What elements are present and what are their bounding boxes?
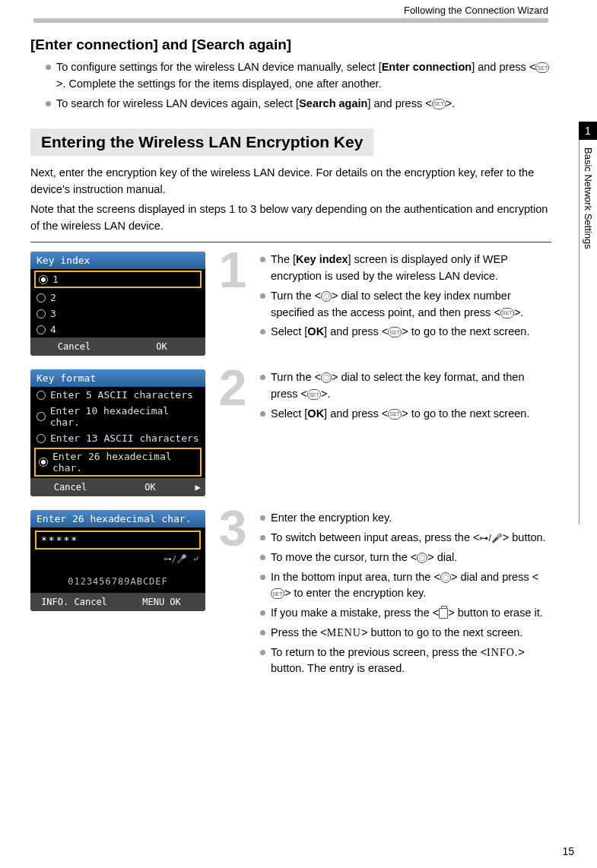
divider — [30, 242, 551, 242]
camera-screen: Key index1234CancelOK — [30, 252, 205, 356]
step-bullets: Turn the <> dial to select the key forma… — [260, 369, 551, 422]
character-guide: 0123456789ABCDEF — [30, 565, 205, 593]
camera-screen: Key formatEnter 5 ASCII charactersEnter … — [30, 369, 205, 496]
bullet-item: Turn the <> dial to select the key index… — [260, 288, 551, 322]
radio-icon — [39, 275, 48, 284]
radio-icon — [37, 412, 46, 421]
chapter-number: 1 — [579, 122, 597, 140]
screen-option: Enter 10 hexadecimal char. — [30, 403, 205, 430]
radio-icon — [37, 391, 46, 400]
bullet-item: The [Key index] screen is displayed only… — [260, 252, 551, 285]
screen-option: 1 — [34, 271, 202, 288]
set-icon: SET — [388, 409, 402, 420]
screen-option: 2 — [30, 290, 205, 306]
dial-icon — [417, 553, 427, 563]
bullet-item: To return to the previous screen, press … — [260, 645, 551, 678]
radio-icon — [37, 325, 46, 334]
step-row: Enter 26 hexadecimal char.*****⊶/🎤 ⤶0123… — [30, 510, 551, 680]
page-number: 15 — [562, 845, 574, 857]
screen-option: Enter 13 ASCII characters — [30, 430, 205, 446]
screen-option: Enter 26 hexadecimal char. — [34, 448, 202, 477]
menu-label: MENU — [327, 627, 361, 638]
intro-para-2: Note that the screens displayed in steps… — [30, 201, 551, 235]
arrow-icon: ▶ — [190, 478, 205, 496]
radio-icon — [39, 458, 48, 467]
section1-bullets: To configure settings for the wireless L… — [30, 59, 551, 112]
step-row: Key formatEnter 5 ASCII charactersEnter … — [30, 369, 551, 496]
screen-ok: OK — [118, 337, 205, 356]
input-mode-icons: ⊶/🎤 ⤶ — [30, 553, 205, 565]
intro-para-1: Next, enter the encryption key of the wi… — [30, 165, 551, 198]
screen-title: Key index — [30, 252, 205, 269]
bullet-item: Enter the encryption key. — [260, 510, 551, 527]
bullet-item: If you make a mistake, press the <> butt… — [260, 605, 551, 622]
step-row: Key index1234CancelOK1The [Key index] sc… — [30, 252, 551, 356]
radio-icon — [37, 309, 46, 318]
screen-ok: MENU OK — [118, 593, 205, 611]
screen-option: 3 — [30, 306, 205, 322]
trash-icon — [439, 608, 448, 619]
step-number: 2 — [216, 369, 249, 496]
bullet-item: To configure settings for the wireless L… — [46, 59, 551, 93]
dial-icon — [321, 372, 332, 383]
chapter-label: Basic Network Settings — [579, 140, 597, 524]
bullet-item: Select [OK] and press <SET> to go to the… — [260, 406, 551, 423]
bullet-item: Turn the <> dial to select the key forma… — [260, 369, 551, 403]
step-bullets: The [Key index] screen is displayed only… — [260, 252, 551, 341]
bullet-item: Select [OK] and press <SET> to go to the… — [260, 324, 551, 341]
screen-option: 4 — [30, 322, 205, 337]
encryption-key-input: ***** — [35, 531, 201, 550]
step-number: 1 — [216, 252, 249, 356]
set-icon: SET — [535, 62, 549, 73]
screen-cancel: Cancel — [30, 337, 118, 356]
running-header: Following the Connection Wizard — [404, 5, 548, 16]
dial-icon — [321, 291, 332, 302]
radio-icon — [37, 434, 46, 443]
screen-option: Enter 5 ASCII characters — [30, 387, 205, 403]
set-icon: SET — [307, 389, 321, 400]
screen-cancel: Cancel — [30, 478, 110, 496]
screen-title: Key format — [30, 369, 205, 387]
camera-screen: Enter 26 hexadecimal char.*****⊶/🎤 ⤶0123… — [30, 510, 205, 680]
chapter-tab: 1 Basic Network Settings — [579, 122, 597, 524]
set-icon: SET — [388, 327, 402, 337]
screen-title: Enter 26 hexadecimal char. — [30, 510, 205, 527]
key-mic-icon: ⊶/🎤 — [479, 533, 502, 543]
set-icon: SET — [271, 588, 284, 599]
section-title-enter-connection: [Enter connection] and [Search again] — [30, 36, 551, 53]
step-bullets: Enter the encryption key.To switch betwe… — [260, 510, 551, 677]
header-rule — [33, 18, 548, 23]
screen-ok: OK — [110, 478, 190, 496]
bullet-item: In the bottom input area, turn the <> di… — [260, 569, 551, 603]
radio-icon — [37, 293, 46, 303]
bullet-item: To switch between input areas, press the… — [260, 530, 551, 546]
dial-icon — [440, 572, 451, 583]
bullet-item: Press the <MENU> button to go to the nex… — [260, 625, 551, 641]
set-icon: SET — [500, 308, 514, 318]
screen-cancel: INFO. Cancel — [30, 593, 118, 611]
info-label: INFO. — [487, 647, 518, 658]
section-title-encryption-key: Entering the Wireless LAN Encryption Key — [30, 128, 373, 156]
bullet-item: To move the cursor, turn the <> dial. — [260, 550, 551, 566]
step-number: 3 — [216, 510, 249, 680]
set-icon: SET — [432, 99, 446, 109]
bullet-item: To search for wireless LAN devices again… — [46, 96, 551, 112]
